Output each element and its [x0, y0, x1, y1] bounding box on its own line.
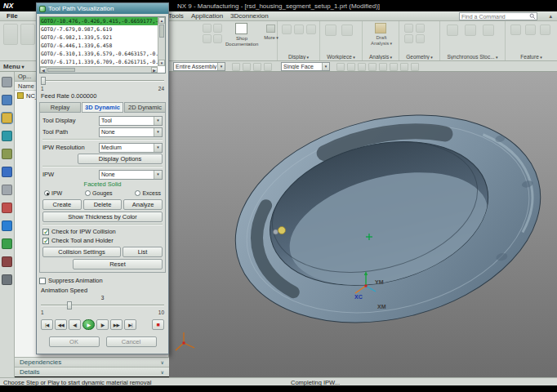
- goto-line[interactable]: GOTO/-6.310,1.339,6.579,-0.6463157,-0.33…: [40, 50, 165, 58]
- goto-line[interactable]: GOTO/-7.679,0.987,6.619: [40, 25, 165, 33]
- draft-analysis-button[interactable]: Draft Analysis: [366, 23, 397, 51]
- step-back-button[interactable]: ◀|: [69, 319, 81, 330]
- resource-tab-icon[interactable]: [2, 185, 12, 195]
- tool-path-select[interactable]: None: [99, 127, 163, 137]
- slider-track[interactable]: [41, 305, 164, 306]
- snap-point-icon[interactable]: [368, 63, 377, 71]
- check-ipw-collision-row[interactable]: Check for IPW Collision: [42, 227, 163, 236]
- play-reverse-button[interactable]: ◀◀: [55, 319, 67, 330]
- ribbon-tool-icon[interactable]: [404, 34, 413, 43]
- scroll-down-icon[interactable]: [158, 60, 165, 66]
- ribbon-tool-icon[interactable]: [416, 24, 425, 33]
- ribbon-tool-icon[interactable]: [341, 24, 353, 36]
- radio-button-icon[interactable]: [135, 190, 140, 196]
- radio-ipw[interactable]: IPW: [44, 190, 62, 196]
- slider-thumb[interactable]: [41, 77, 46, 85]
- toolbar-icon[interactable]: [253, 63, 261, 71]
- check-tool-holder-row[interactable]: Check Tool and Holder: [42, 236, 163, 245]
- machine-tool-navigator-icon[interactable]: [2, 131, 12, 141]
- show-thickness-by-color-button[interactable]: Show Thickness by Color: [42, 212, 163, 222]
- snap-point-icon[interactable]: [358, 63, 366, 71]
- snap-point-icon[interactable]: [411, 63, 419, 71]
- ribbon-tool-icon[interactable]: [525, 24, 536, 35]
- ribbon-tool-icon[interactable]: [510, 24, 521, 35]
- group-label-display[interactable]: Display: [278, 54, 319, 60]
- ribbon-tool-icon[interactable]: [325, 24, 336, 36]
- snap-point-icon[interactable]: [336, 63, 345, 71]
- path-position-slider[interactable]: [39, 76, 166, 86]
- tab-3d-dynamic[interactable]: 3D Dynamic: [82, 102, 123, 113]
- radio-gouges[interactable]: Gouges: [85, 190, 113, 196]
- create-button[interactable]: Create: [42, 199, 82, 210]
- play-forward-button[interactable]: ▶▶: [110, 319, 123, 330]
- toolpath-goto-list[interactable]: GOTO/-10.476,-0.426,9.415,-0.6659177,-0.…: [39, 16, 166, 74]
- tab-tools[interactable]: Tools: [168, 12, 184, 20]
- collision-settings-button[interactable]: Collision Settings: [42, 247, 121, 257]
- face-rule-dropdown[interactable]: Single Face: [281, 62, 330, 71]
- ribbon-tool-icon[interactable]: [282, 24, 292, 34]
- ribbon-tool-icon[interactable]: [203, 24, 212, 33]
- scroll-left-icon[interactable]: [40, 67, 47, 73]
- toolbar-icon[interactable]: [264, 63, 272, 71]
- group-label-geometry[interactable]: Geometry: [399, 54, 439, 60]
- verify-toolpath-icon[interactable]: [20, 24, 35, 45]
- step-forward-button[interactable]: |▶: [96, 319, 109, 330]
- group-label-synchronous[interactable]: Synchronous Stoc...: [440, 54, 505, 60]
- menu-button[interactable]: Menu: [3, 63, 25, 70]
- ribbon-tool-icon[interactable]: [213, 24, 222, 33]
- radio-excess[interactable]: Excess: [135, 190, 161, 196]
- tab-3dconnexion[interactable]: 3Dconnexion: [230, 12, 269, 20]
- command-finder[interactable]: [459, 12, 537, 20]
- shop-documentation-button[interactable]: Shop Documentation: [225, 23, 258, 49]
- file-menu-tab[interactable]: File: [2, 12, 22, 20]
- list-button[interactable]: List: [123, 247, 163, 257]
- snap-point-icon[interactable]: [347, 63, 355, 71]
- radio-button-icon[interactable]: [44, 190, 50, 196]
- analyze-button[interactable]: Analyze: [123, 199, 163, 210]
- snap-point-icon[interactable]: [400, 63, 408, 71]
- details-section[interactable]: Details: [15, 367, 169, 376]
- assembly-navigator-icon[interactable]: [2, 95, 12, 105]
- goto-line-selected[interactable]: GOTO/-10.476,-0.426,9.415,-0.6659177,-0.…: [40, 17, 165, 25]
- tool-display-select[interactable]: Tool: [99, 116, 163, 126]
- datum-csys-icon[interactable]: [176, 332, 194, 350]
- search-input[interactable]: [460, 14, 529, 20]
- resource-tab-icon[interactable]: [2, 220, 12, 231]
- animation-speed-slider[interactable]: [39, 301, 166, 310]
- resource-tab-icon[interactable]: [2, 203, 12, 213]
- radio-button-icon[interactable]: [85, 190, 91, 196]
- toolbar-icon[interactable]: [232, 63, 240, 71]
- scrollbar-thumb[interactable]: [159, 24, 164, 38]
- ribbon-tool-icon[interactable]: [447, 24, 458, 36]
- snap-point-icon[interactable]: [390, 63, 398, 71]
- stop-button[interactable]: ■: [152, 319, 164, 330]
- goto-line[interactable]: GOTO/-6.171,1.339,6.709,-0.6261715,-0.33…: [40, 58, 165, 66]
- scroll-right-icon[interactable]: [151, 67, 158, 73]
- resource-tab-icon[interactable]: [2, 77, 12, 87]
- goto-line[interactable]: GOTO/-6.446,1.339,6.458: [40, 42, 165, 50]
- toolbar-icon[interactable]: [243, 63, 251, 71]
- ok-button[interactable]: OK: [49, 336, 100, 347]
- ribbon-tool-icon[interactable]: [203, 34, 212, 43]
- slider-track[interactable]: [41, 80, 164, 82]
- dependencies-section[interactable]: Dependencies: [15, 357, 169, 367]
- go-to-start-button[interactable]: |◀: [41, 319, 53, 330]
- tab-application[interactable]: Application: [191, 12, 223, 20]
- ribbon-tool-icon[interactable]: [416, 34, 425, 43]
- resource-tab-icon[interactable]: [2, 274, 12, 285]
- scroll-up-icon[interactable]: [158, 17, 165, 24]
- cancel-button[interactable]: Cancel: [106, 336, 157, 347]
- checkbox-icon[interactable]: [39, 278, 46, 284]
- ipw-select[interactable]: None: [99, 170, 163, 180]
- scrollbar-thumb[interactable]: [47, 68, 75, 72]
- selection-scope-dropdown[interactable]: Entire Assembly: [173, 62, 225, 71]
- display-options-button[interactable]: Display Options: [78, 154, 163, 164]
- ribbon-tool-icon[interactable]: [483, 24, 494, 36]
- group-label-feature[interactable]: Feature: [506, 54, 557, 60]
- ribbon-tool-icon[interactable]: [540, 24, 550, 35]
- play-button[interactable]: ▶: [82, 319, 95, 330]
- group-label-analysis[interactable]: Analysis: [363, 54, 399, 60]
- horizontal-scrollbar[interactable]: [40, 66, 158, 73]
- slider-thumb[interactable]: [67, 301, 72, 310]
- go-to-end-button[interactable]: ▶|: [124, 319, 136, 330]
